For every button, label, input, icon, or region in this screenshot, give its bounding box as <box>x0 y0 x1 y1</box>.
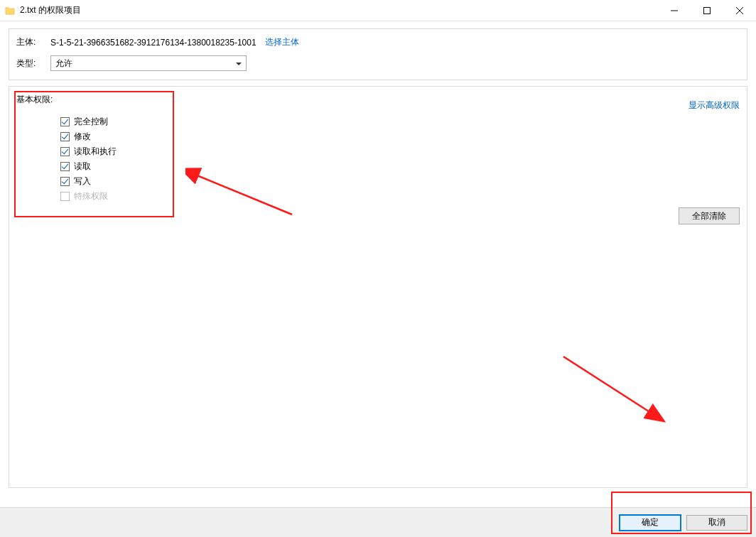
permissions-list: 完全控制 修改 读取和执行 读取 写入 特殊权限 <box>60 114 740 204</box>
perm-label: 完全控制 <box>74 116 108 128</box>
perm-label: 修改 <box>74 131 91 143</box>
annotation-arrow-icon <box>556 349 677 435</box>
cancel-button[interactable]: 取消 <box>686 515 747 531</box>
svg-rect-1 <box>704 7 711 13</box>
perm-label: 写入 <box>74 175 91 188</box>
permissions-title: 基本权限: <box>16 94 740 106</box>
principal-value: S-1-5-21-3966351682-3912176134-138001823… <box>50 38 256 48</box>
close-button[interactable] <box>723 0 756 21</box>
minimize-button[interactable] <box>658 0 691 21</box>
perm-label: 读取和执行 <box>74 146 117 158</box>
type-row: 类型: 允许 <box>16 55 740 71</box>
permissions-panel: 基本权限: 显示高级权限 完全控制 修改 读取和执行 读取 写入 特殊权限 全部… <box>9 86 747 488</box>
perm-full-control[interactable]: 完全控制 <box>60 114 740 129</box>
checkbox-icon[interactable] <box>60 117 70 126</box>
checkbox-icon[interactable] <box>60 132 70 141</box>
checkbox-icon[interactable] <box>60 162 70 171</box>
maximize-button[interactable] <box>691 0 723 21</box>
checkbox-icon[interactable] <box>60 177 70 186</box>
window-title: 2.txt 的权限项目 <box>20 4 658 16</box>
dialog-footer: 确定 取消 <box>0 507 756 537</box>
perm-label: 特殊权限 <box>74 190 108 202</box>
ok-button[interactable]: 确定 <box>620 515 681 531</box>
perm-write[interactable]: 写入 <box>60 174 740 189</box>
perm-special: 特殊权限 <box>60 189 740 204</box>
window-controls <box>658 0 756 21</box>
principal-panel: 主体: S-1-5-21-3966351682-3912176134-13800… <box>9 28 747 80</box>
perm-label: 读取 <box>74 161 91 173</box>
perm-read-execute[interactable]: 读取和执行 <box>60 144 740 159</box>
select-principal-link[interactable]: 选择主体 <box>265 36 299 48</box>
checkbox-icon[interactable] <box>60 147 70 156</box>
principal-row: 主体: S-1-5-21-3966351682-3912176134-13800… <box>16 36 740 48</box>
show-advanced-link[interactable]: 显示高级权限 <box>688 99 740 112</box>
folder-icon <box>4 5 16 16</box>
checkbox-icon <box>60 192 70 201</box>
titlebar: 2.txt 的权限项目 <box>0 0 756 21</box>
principal-label: 主体: <box>16 36 50 48</box>
type-value: 允许 <box>55 58 72 70</box>
svg-line-7 <box>563 357 663 421</box>
type-label: 类型: <box>16 58 50 70</box>
perm-modify[interactable]: 修改 <box>60 129 740 144</box>
clear-all-button[interactable]: 全部清除 <box>679 207 740 224</box>
type-select[interactable]: 允许 <box>50 55 247 71</box>
perm-read[interactable]: 读取 <box>60 159 740 174</box>
